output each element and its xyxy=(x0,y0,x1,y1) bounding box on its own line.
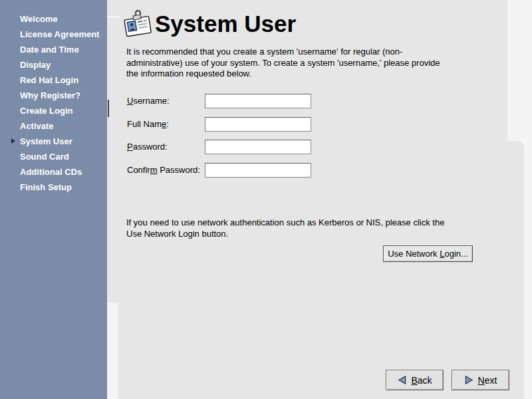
label-mnemonic: m xyxy=(150,165,158,175)
sidebar-item-activate[interactable]: Activate xyxy=(0,118,107,134)
form-row-full-name: Full Name: xyxy=(127,117,169,132)
form-row-confirm-password: Confirm Password: xyxy=(127,163,200,178)
sidebar-item-label: Finish Setup xyxy=(20,182,72,192)
intro-line: administrative) use of your system. To c… xyxy=(126,58,472,69)
sidebar-item-date-and-time[interactable]: Date and Time xyxy=(0,42,107,57)
sidebar-item-display[interactable]: Display xyxy=(0,57,107,72)
intro-line: It is recommended that you create a syst… xyxy=(126,47,472,58)
label-text: assword: xyxy=(133,142,168,152)
sidebar-item-label: Date and Time xyxy=(20,45,79,55)
setup-wizard-window: Welcome License Agreement Date and Time … xyxy=(0,0,532,399)
page-title: System User xyxy=(155,9,296,39)
sidebar-item-label: Activate xyxy=(20,121,54,131)
intro-paragraph: It is recommended that you create a syst… xyxy=(126,47,472,80)
theme-tick-decoration xyxy=(108,100,109,117)
full-name-label: Full Name: xyxy=(127,117,169,132)
network-auth-line: Use Network Login button. xyxy=(126,228,472,239)
sidebar-item-additional-cds[interactable]: Additional CDs xyxy=(0,164,107,180)
form-row-password: Password: xyxy=(127,140,168,154)
password-label: Password: xyxy=(127,140,168,154)
back-arrow-icon xyxy=(397,375,407,385)
current-step-arrow-icon xyxy=(11,138,15,144)
wizard-step-list: Welcome License Agreement Date and Time … xyxy=(0,11,107,195)
label-text: Password: xyxy=(158,165,200,175)
next-arrow-icon xyxy=(464,375,474,385)
label-mnemonic: P xyxy=(127,142,133,152)
sidebar-item-label: Welcome xyxy=(20,14,58,24)
sidebar-item-label: Sound Card xyxy=(20,152,69,162)
sidebar-item-label: License Agreement xyxy=(20,29,99,39)
network-auth-paragraph: If you need to use network authenticatio… xyxy=(126,217,472,239)
sidebar-item-why-register[interactable]: Why Register? xyxy=(0,88,107,103)
sidebar-item-label: Additional CDs xyxy=(20,167,82,177)
next-button[interactable]: Next xyxy=(452,370,509,390)
button-label: Back xyxy=(411,375,432,386)
label-text: Full Nam xyxy=(127,119,162,129)
sidebar-item-finish-setup[interactable]: Finish Setup xyxy=(0,180,107,195)
sidebar-item-label: Display xyxy=(20,60,51,70)
button-text: ext xyxy=(485,375,497,386)
full-name-input[interactable] xyxy=(205,117,311,132)
sidebar-item-red-hat-login[interactable]: Red Hat Login xyxy=(0,72,107,88)
button-text: ogin... xyxy=(444,249,467,259)
sidebar-item-sound-card[interactable]: Sound Card xyxy=(0,149,107,164)
network-auth-line: If you need to use network authenticatio… xyxy=(126,217,472,228)
button-mnemonic: N xyxy=(478,375,485,386)
form-row-username: Username: xyxy=(127,94,170,108)
sidebar-item-label: Why Register? xyxy=(20,90,80,100)
sidebar-item-label: System User xyxy=(20,136,72,146)
button-label: Next xyxy=(478,375,497,386)
sidebar-item-label: Red Hat Login xyxy=(20,75,78,85)
confirm-password-input[interactable] xyxy=(205,163,311,178)
use-network-login-button[interactable]: Use Network Login... xyxy=(383,245,473,262)
sidebar-item-welcome[interactable]: Welcome xyxy=(0,11,107,27)
button-mnemonic: B xyxy=(411,375,417,386)
sidebar-item-system-user[interactable]: System User xyxy=(0,134,107,149)
wizard-steps-sidebar: Welcome License Agreement Date and Time … xyxy=(0,0,107,399)
label-text: sername: xyxy=(133,96,169,106)
label-text: Confir xyxy=(127,165,150,175)
sidebar-item-license-agreement[interactable]: License Agreement xyxy=(0,27,107,42)
confirm-password-label: Confirm Password: xyxy=(127,163,200,178)
username-label: Username: xyxy=(127,94,170,108)
username-input[interactable] xyxy=(205,94,311,108)
password-input[interactable] xyxy=(205,140,311,154)
theme-dash-decoration xyxy=(107,16,120,18)
content-panel-bottom xyxy=(118,141,524,399)
sidebar-item-label: Create Login xyxy=(20,106,72,116)
button-text: Use Network xyxy=(388,249,440,259)
intro-line: the information requested below. xyxy=(126,68,472,80)
id-badge-icon xyxy=(122,8,154,41)
label-mnemonic: U xyxy=(127,96,133,106)
sidebar-item-create-login[interactable]: Create Login xyxy=(0,103,107,118)
back-button[interactable]: Back xyxy=(386,370,444,390)
button-text: ack xyxy=(418,375,432,386)
label-text: : xyxy=(166,119,169,129)
